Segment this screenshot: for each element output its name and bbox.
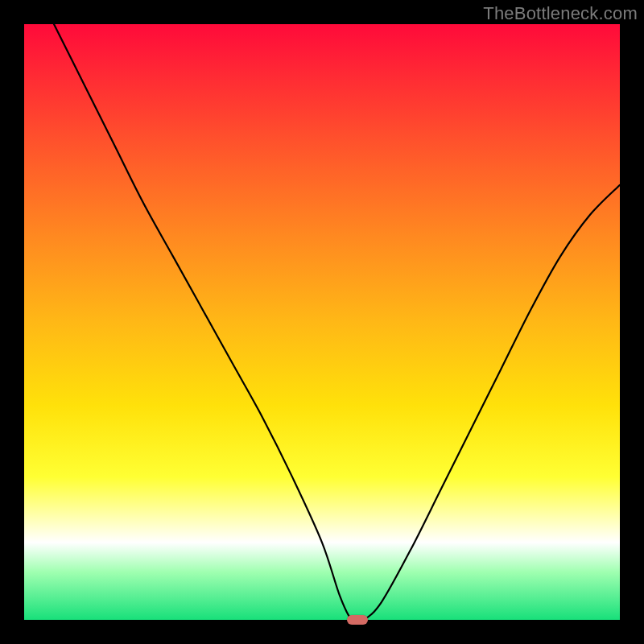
attribution-label: TheBottleneck.com — [483, 3, 638, 24]
plot-area — [24, 24, 620, 620]
optimum-marker — [347, 615, 368, 625]
bottleneck-curve — [24, 24, 620, 620]
chart-frame: TheBottleneck.com — [0, 0, 644, 644]
